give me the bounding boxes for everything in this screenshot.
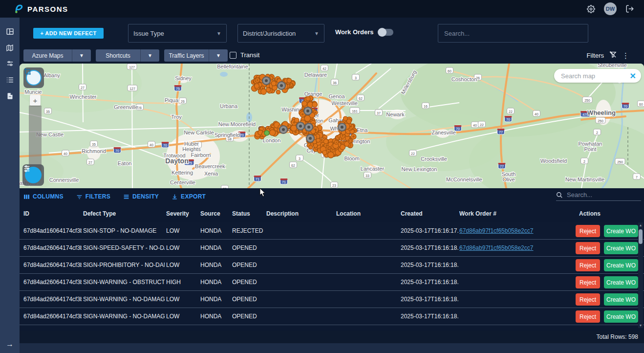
defect-cluster-dot[interactable] [295,118,299,122]
chevron-down-icon[interactable]: ▼ [209,49,228,62]
map-search-input[interactable] [561,72,630,80]
scrollbar-thumb[interactable] [639,229,643,244]
route-shield: 3 [352,74,360,80]
user-avatar[interactable]: DW [604,2,617,15]
work-order-link[interactable]: 67d86ab97f1cf65b058e2cc7 [459,227,533,234]
map-zoom-in-button[interactable]: + [30,95,41,106]
table-scrollbar[interactable]: ▲ ▼ [638,222,643,328]
create-wo-button[interactable]: Create WO [604,310,638,323]
defect-cluster-dot[interactable] [306,96,310,101]
transit-checkbox[interactable] [230,52,236,59]
defect-cluster-dot[interactable] [302,101,307,107]
table-footer: Total Rows: 598 [20,331,644,343]
cell-defect-type: SIGN-WARNING - NO-DAMAGE [83,313,165,320]
close-icon[interactable]: ✕ [630,71,636,81]
defect-cluster-dot[interactable] [270,130,276,135]
route-shield: 2 [594,129,601,135]
map-draw-region-button[interactable] [23,67,44,88]
defect-cluster-dot[interactable] [328,152,334,158]
scroll-down-icon[interactable]: ▼ [638,324,643,327]
header-work-order: Work Order # [459,210,574,217]
columns-button[interactable]: COLUMNS [23,193,64,200]
table-row[interactable]: 67d84ad26064174cf3bc17SIGN-PROHIBITORY -… [20,257,644,274]
table-row[interactable]: 67d84ad16064174cf3bc17SIGN-STOP - NO-DAM… [20,222,644,240]
map-canvas[interactable]: 2712712726263535404027468423636216137163… [20,64,644,188]
reject-button[interactable]: Reject [576,276,600,288]
svg-text:7: 7 [636,176,638,179]
header-status: Status [232,210,264,217]
defect-cluster-dot[interactable] [255,84,259,88]
reject-button[interactable]: Reject [576,225,600,237]
search-input[interactable] [438,24,588,43]
reject-button[interactable]: Reject [576,259,600,271]
table-search-input[interactable] [567,191,630,199]
chevron-down-icon[interactable]: ▼ [141,49,159,62]
defect-cluster-dot[interactable] [271,81,276,86]
work-order-link[interactable]: 67d86ab97f1cf65b058e2cc7 [459,244,533,251]
chevron-down-icon[interactable]: ▼ [72,49,91,62]
sidebar-item-tune[interactable] [0,56,20,72]
svg-text:70: 70 [115,149,119,153]
kebab-menu-icon[interactable]: ⋮ [622,51,629,60]
sidebar-item-document[interactable] [0,88,20,104]
create-wo-button[interactable]: Create WO [604,259,638,271]
cell-source: HONDA [200,279,231,286]
create-wo-button[interactable]: Create WO [604,293,638,306]
route-shield: 60 [638,101,644,107]
create-wo-button[interactable]: Create WO [604,276,638,288]
table-row[interactable]: 67d84ad26064174cf3bc17SIGN-WARNING - OBS… [20,274,644,291]
defect-cluster-dot[interactable] [287,78,292,83]
cluster-marker-green[interactable] [264,131,269,135]
cell-created: 2025-03-17T16:16:18.693 [401,279,458,286]
settings-gear-icon[interactable] [585,3,596,14]
filter-off-icon[interactable] [609,50,617,61]
azure-maps-button[interactable]: Azure Maps ▼ [23,49,91,62]
table-row[interactable]: 67d84ad26064174cf3bc17SIGN-SPEED-SAFETY … [20,240,644,257]
filters-button[interactable]: FILTERS [76,193,110,200]
defect-cluster-dot[interactable] [346,119,351,124]
defect-cluster-dot[interactable] [266,88,270,92]
create-wo-button[interactable]: Create WO [604,225,638,237]
traffic-layers-button[interactable]: Traffic Layers ▼ [164,49,228,62]
table-row[interactable]: 67d84ad26064174cf3bc17SIGN-WARNING - NO-… [20,291,644,308]
map-city-label: Newark [386,111,405,117]
density-button[interactable]: DENSITY [123,193,159,200]
cell-status: OPENED [232,279,264,286]
route-shield: 27 [79,84,86,90]
svg-text:70: 70 [456,127,460,131]
svg-text:161: 161 [352,110,358,113]
defect-cluster-dot[interactable] [323,139,328,144]
map-layers-button[interactable] [22,164,44,186]
defect-cluster-dot[interactable] [322,151,327,155]
map-zoom-slider[interactable] [29,106,42,174]
sidebar-item-list[interactable] [0,72,20,88]
sidebar-item-dashboard[interactable] [0,23,20,40]
defect-cluster-dot[interactable] [312,102,318,108]
export-button[interactable]: EXPORT [172,193,206,200]
add-new-defect-button[interactable]: + ADD NEW DEFECT [33,28,104,39]
filter-lines-icon [76,194,83,200]
work-orders-toggle[interactable] [379,29,393,36]
table-row[interactable]: 67d84ad26064174cf3bc17SIGN-WARNING - NO-… [20,308,644,325]
route-shield: 60 [446,67,453,73]
logout-icon[interactable] [624,3,635,14]
sidebar-expand-arrow-icon[interactable]: → [0,338,20,350]
issue-type-select[interactable]: Issue Type ▼ [128,24,227,43]
reject-button[interactable]: Reject [576,242,600,254]
cell-defect-type: SIGN-WARNING - OBSTRUCTED [83,279,165,286]
route-shield: 35 [44,108,52,114]
create-wo-button[interactable]: Create WO [604,242,638,254]
sidebar-item-map[interactable] [0,40,20,56]
reject-button[interactable]: Reject [576,310,600,323]
reject-button[interactable]: Reject [576,293,600,306]
map-search-box[interactable]: ✕ [554,69,641,83]
defect-cluster-dot[interactable] [344,141,349,146]
defect-cluster-dot[interactable] [291,125,297,131]
cell-defect-type: SIGN-PROHIBITORY - NO-DAMAGE [83,262,165,268]
defect-cluster-dot[interactable] [276,90,280,94]
shortcuts-button[interactable]: Shortcuts ▼ [96,49,159,62]
district-jurisdiction-select[interactable]: District/Jurisdiction ▼ [237,24,324,43]
defect-cluster-dot[interactable] [314,144,318,148]
scroll-up-icon[interactable]: ▲ [638,223,643,227]
defect-cluster-dot[interactable] [261,89,267,95]
